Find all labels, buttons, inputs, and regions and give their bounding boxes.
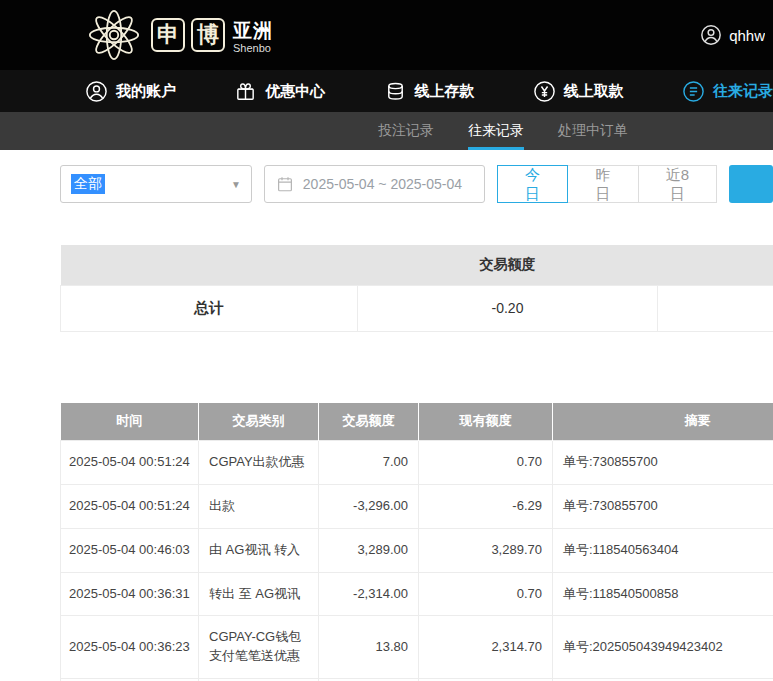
withdraw-yen-icon	[533, 80, 556, 103]
col-balance: 现有额度	[419, 403, 553, 441]
nav-label: 往来记录	[713, 82, 773, 101]
cell-type: CGPAY-CG钱包支付笔笔送优惠	[199, 616, 319, 679]
sub-nav: 投注记录 往来记录 处理中订单	[0, 112, 773, 150]
cell-summary: 单号:118540563404	[553, 528, 773, 572]
table-row: 2025-05-04 00:51:24 CGPAY出款优惠 7.00 0.70 …	[61, 441, 773, 485]
nav-item-withdraw[interactable]: 线上取款	[533, 80, 624, 103]
calendar-icon	[276, 175, 294, 193]
col-type: 交易类别	[199, 403, 319, 441]
summary-total-value: -0.20	[358, 285, 658, 331]
col-time: 时间	[61, 403, 199, 441]
cell-amount: 3,289.00	[319, 528, 419, 572]
cell-balance: -6.29	[419, 484, 553, 528]
top-header: 申 博 亚洲 Shenbo qhhw	[0, 0, 773, 70]
nav-label: 优惠中心	[265, 82, 325, 101]
search-button[interactable]	[729, 165, 773, 203]
table-row: 2025-05-04 00:51:24 出款 -3,296.00 -6.29 单…	[61, 484, 773, 528]
cell-balance: 2,314.70	[419, 616, 553, 679]
nav-label: 我的账户	[116, 82, 176, 101]
type-select[interactable]: 全部 ▼	[60, 165, 252, 203]
cell-balance: 0.70	[419, 441, 553, 485]
cell-summary: 单号:118540500858	[553, 572, 773, 616]
cell-type: 转出 至 AG视讯	[199, 572, 319, 616]
table-row: 2025-05-04 00:36:31 转出 至 AG视讯 -2,314.00 …	[61, 572, 773, 616]
cell-balance: 0.70	[419, 572, 553, 616]
tab-pending-orders[interactable]: 处理中订单	[558, 112, 628, 150]
summary-header-empty	[658, 245, 773, 285]
records-header-row: 时间 交易类别 交易额度 现有额度 摘要	[61, 403, 773, 441]
user-account[interactable]: qhhw	[700, 24, 765, 46]
date-range-value: 2025-05-04 ~ 2025-05-04	[303, 176, 462, 192]
summary-total-row: 总计 -0.20	[61, 285, 773, 331]
logo-char-bo: 博	[191, 18, 225, 52]
summary-total-label: 总计	[61, 285, 358, 331]
cell-amount: -2,314.00	[319, 572, 419, 616]
gift-icon	[234, 80, 257, 103]
cell-time: 2025-05-04 00:36:31	[61, 572, 199, 616]
main-nav: 我的账户 优惠中心 线上存款 线上取款	[0, 70, 773, 112]
cell-time: 2025-05-04 00:51:24	[61, 484, 199, 528]
records-icon	[682, 80, 705, 103]
summary-header-empty	[61, 245, 358, 285]
table-row: 2025-05-04 00:36:23 CGPAY-CG钱包支付笔笔送优惠 13…	[61, 616, 773, 679]
logo-region-main: 亚洲	[233, 21, 273, 42]
cell-summary: 单号:730855700	[553, 484, 773, 528]
tab-bet-records[interactable]: 投注记录	[378, 112, 434, 150]
nav-item-deposit[interactable]: 线上存款	[384, 80, 475, 103]
brand-logo[interactable]: 申 博 亚洲 Shenbo	[85, 6, 273, 64]
col-summary: 摘要	[553, 403, 773, 441]
cell-summary: 单号:202505043949423402	[553, 616, 773, 679]
cell-type: 出款	[199, 484, 319, 528]
cell-amount: 13.80	[319, 616, 419, 679]
quick-date-buttons: 今日 昨日 近8日	[497, 165, 717, 203]
nav-item-promo-center[interactable]: 优惠中心	[234, 80, 325, 103]
date-range-input[interactable]: 2025-05-04 ~ 2025-05-04	[264, 165, 485, 203]
tab-transaction-records[interactable]: 往来记录	[468, 112, 524, 150]
today-button[interactable]: 今日	[497, 165, 569, 203]
summary-empty-cell	[658, 285, 773, 331]
cell-summary: 单号:730855700	[553, 441, 773, 485]
type-select-value: 全部	[71, 174, 105, 194]
logo-region-sub: Shenbo	[233, 42, 273, 55]
cell-type: 由 AG视讯 转入	[199, 528, 319, 572]
col-amount: 交易额度	[319, 403, 419, 441]
logo-char-shen: 申	[151, 18, 185, 52]
filter-bar: 全部 ▼ 2025-05-04 ~ 2025-05-04 今日 昨日 近8日	[0, 150, 773, 203]
yesterday-button[interactable]: 昨日	[567, 165, 639, 203]
lotus-flower-icon	[85, 6, 143, 64]
deposit-coins-icon	[384, 80, 407, 103]
chevron-down-icon: ▼	[231, 179, 241, 190]
cell-amount: 7.00	[319, 441, 419, 485]
nav-label: 线上存款	[415, 82, 475, 101]
summary-header-amount: 交易额度	[358, 245, 658, 285]
summary-table: 交易额度 总计 -0.20	[60, 245, 773, 332]
records-table: 时间 交易类别 交易额度 现有额度 摘要 2025-05-04 00:51:24…	[60, 403, 773, 681]
user-icon	[85, 80, 108, 103]
table-row: 2025-05-04 00:46:03 由 AG视讯 转入 3,289.00 3…	[61, 528, 773, 572]
cell-time: 2025-05-04 00:36:23	[61, 616, 199, 679]
cell-type: CGPAY出款优惠	[199, 441, 319, 485]
logo-region-text: 亚洲 Shenbo	[233, 15, 273, 55]
nav-item-transaction-records[interactable]: 往来记录	[682, 80, 773, 103]
cell-amount: -3,296.00	[319, 484, 419, 528]
user-avatar-icon	[700, 24, 722, 46]
cell-time: 2025-05-04 00:51:24	[61, 441, 199, 485]
summary-header-row: 交易额度	[61, 245, 773, 285]
last-8-days-button[interactable]: 近8日	[638, 165, 717, 203]
cell-time: 2025-05-04 00:46:03	[61, 528, 199, 572]
username-text: qhhw	[729, 27, 765, 44]
nav-item-my-account[interactable]: 我的账户	[85, 80, 176, 103]
cell-balance: 3,289.70	[419, 528, 553, 572]
summary-section: 交易额度 总计 -0.20	[60, 245, 773, 332]
records-section: 时间 交易类别 交易额度 现有额度 摘要 2025-05-04 00:51:24…	[60, 403, 773, 681]
nav-label: 线上取款	[564, 82, 624, 101]
